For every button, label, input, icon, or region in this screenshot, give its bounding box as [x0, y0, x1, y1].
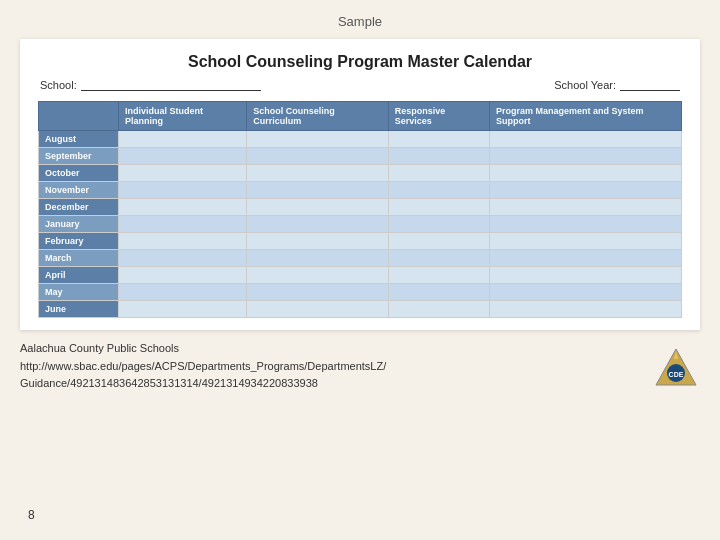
- data-cell: [388, 182, 489, 199]
- school-year-label: School Year:: [554, 79, 680, 91]
- month-cell: April: [39, 267, 119, 284]
- footer-text: Aalachua County Public Schools http://ww…: [20, 340, 386, 393]
- month-cell: May: [39, 284, 119, 301]
- table-row: September: [39, 148, 682, 165]
- month-cell: September: [39, 148, 119, 165]
- col-responsive: Responsive Services: [388, 102, 489, 131]
- table-row: January: [39, 216, 682, 233]
- data-cell: [388, 284, 489, 301]
- data-cell: [119, 233, 247, 250]
- data-cell: [388, 199, 489, 216]
- footer-section: Aalachua County Public Schools http://ww…: [20, 340, 700, 393]
- data-cell: [490, 165, 682, 182]
- month-cell: January: [39, 216, 119, 233]
- data-cell: [388, 301, 489, 318]
- data-cell: [247, 182, 388, 199]
- school-info-row: School: School Year:: [38, 79, 682, 91]
- data-cell: [247, 199, 388, 216]
- footer-url: http://www.sbac.edu/pages/ACPS/Departmen…: [20, 358, 386, 376]
- page-number: 8: [28, 508, 35, 522]
- data-cell: [247, 267, 388, 284]
- school-year-text: School Year:: [554, 79, 616, 91]
- school-text: School:: [40, 79, 77, 91]
- col-counseling: School Counseling Curriculum: [247, 102, 388, 131]
- data-cell: [247, 131, 388, 148]
- month-cell: November: [39, 182, 119, 199]
- col-month: [39, 102, 119, 131]
- data-cell: [119, 301, 247, 318]
- data-cell: [490, 131, 682, 148]
- data-cell: [388, 165, 489, 182]
- data-cell: [247, 148, 388, 165]
- data-cell: [119, 216, 247, 233]
- data-cell: [388, 131, 489, 148]
- data-cell: [490, 284, 682, 301]
- footer-guid: Guidance/492131483642853131314/492131493…: [20, 375, 386, 393]
- sample-label: Sample: [338, 14, 382, 29]
- month-cell: October: [39, 165, 119, 182]
- data-cell: [247, 233, 388, 250]
- month-cell: June: [39, 301, 119, 318]
- month-cell: August: [39, 131, 119, 148]
- month-cell: February: [39, 233, 119, 250]
- data-cell: [490, 182, 682, 199]
- data-cell: [490, 301, 682, 318]
- data-cell: [247, 284, 388, 301]
- table-header-row: Individual Student Planning School Couns…: [39, 102, 682, 131]
- main-card: School Counseling Program Master Calenda…: [20, 39, 700, 330]
- data-cell: [119, 267, 247, 284]
- table-row: May: [39, 284, 682, 301]
- table-row: June: [39, 301, 682, 318]
- data-cell: [388, 233, 489, 250]
- school-year-field[interactable]: [620, 79, 680, 91]
- month-cell: December: [39, 199, 119, 216]
- data-cell: [247, 216, 388, 233]
- table-row: October: [39, 165, 682, 182]
- col-individual: Individual Student Planning: [119, 102, 247, 131]
- table-row: February: [39, 233, 682, 250]
- table-row: March: [39, 250, 682, 267]
- footer-logo: CDE: [652, 345, 700, 393]
- data-cell: [388, 148, 489, 165]
- card-title: School Counseling Program Master Calenda…: [38, 53, 682, 71]
- data-cell: [119, 131, 247, 148]
- data-cell: [119, 182, 247, 199]
- footer-org: Aalachua County Public Schools: [20, 340, 386, 358]
- data-cell: [119, 250, 247, 267]
- data-cell: [490, 199, 682, 216]
- month-cell: March: [39, 250, 119, 267]
- data-cell: [119, 199, 247, 216]
- data-cell: [490, 250, 682, 267]
- table-row: August: [39, 131, 682, 148]
- data-cell: [119, 148, 247, 165]
- data-cell: [490, 233, 682, 250]
- data-cell: [490, 267, 682, 284]
- data-cell: [119, 284, 247, 301]
- svg-text:CDE: CDE: [669, 371, 684, 378]
- data-cell: [490, 148, 682, 165]
- cde-logo-icon: CDE: [652, 345, 700, 393]
- data-cell: [247, 301, 388, 318]
- table-row: November: [39, 182, 682, 199]
- calendar-table: Individual Student Planning School Couns…: [38, 101, 682, 318]
- data-cell: [247, 165, 388, 182]
- data-cell: [388, 216, 489, 233]
- data-cell: [119, 165, 247, 182]
- data-cell: [388, 250, 489, 267]
- col-program: Program Management and System Support: [490, 102, 682, 131]
- school-label: School:: [40, 79, 261, 91]
- table-row: April: [39, 267, 682, 284]
- school-field[interactable]: [81, 79, 261, 91]
- data-cell: [388, 267, 489, 284]
- table-row: December: [39, 199, 682, 216]
- data-cell: [247, 250, 388, 267]
- data-cell: [490, 216, 682, 233]
